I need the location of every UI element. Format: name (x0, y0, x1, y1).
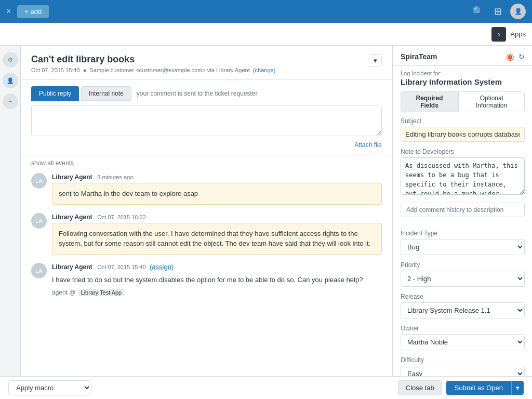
attach-file-link[interactable]: Attach file (354, 141, 382, 149)
message-bubble: Following conversation with the user, I … (52, 223, 382, 255)
reply-hint: your comment is sent to the ticket reque… (137, 90, 258, 97)
reply-tabs: Public reply Internal note your comment … (31, 86, 382, 101)
form-section: Subject Note to Developers As discussed … (393, 117, 532, 376)
message-bubble: sent to Martha in the dev team to explor… (52, 183, 382, 205)
reply-textarea[interactable] (31, 105, 382, 136)
submit-button-group: Submit as Open ▾ (446, 381, 524, 395)
log-incident-label: Log Incident for: (393, 66, 532, 77)
avatar: LA (31, 263, 47, 278)
priority-label: Priority (401, 261, 525, 269)
close-tab-button[interactable]: Close tab (398, 380, 442, 395)
release-label: Release (401, 293, 525, 300)
owner-select[interactable]: Martha Noble John Smith Unassigned (401, 334, 525, 350)
grid-icon[interactable]: ⊞ (494, 6, 502, 17)
second-nav: › Apps (0, 23, 532, 46)
avatar[interactable]: 👤 (510, 4, 526, 19)
message-author: Library Agent (52, 263, 92, 271)
avatar: LA (31, 213, 47, 229)
message-author: Library Agent (52, 214, 92, 221)
list-item: LA Library Agent 3 minutes ago sent to M… (31, 173, 382, 205)
center-panel: Can't edit library books Oct 07, 2015 15… (21, 46, 393, 376)
priority-group: Priority 1 - Critical 2 - High 3 - Mediu… (401, 261, 525, 287)
release-select[interactable]: Library System Release 1.1 Library Syste… (401, 302, 525, 318)
subject-field-group: Subject (401, 117, 525, 142)
subject-label: Subject (401, 117, 525, 125)
note-textarea[interactable]: As discussed with Martha, this seems to … (401, 157, 525, 195)
add-comment-group: Add comment history to description (401, 203, 525, 223)
tab-internal-note[interactable]: Internal note (81, 86, 131, 101)
message-author: Library Agent (52, 174, 92, 181)
message-content: Library Agent Oct 07, 2015 16:22 Followi… (52, 213, 382, 255)
difficulty-group: Difficulty Easy Medium Hard (401, 356, 525, 376)
plus-icon[interactable]: + (3, 94, 18, 109)
list-item: LA Library Agent Oct 07, 2015 15:40 (ass… (31, 263, 382, 297)
left-sidebar: ⚙ 👤 + (0, 46, 21, 376)
ticket-header: Can't edit library books Oct 07, 2015 15… (21, 46, 392, 80)
difficulty-select[interactable]: Easy Medium Hard (401, 366, 525, 376)
right-panel: SpiraTeam ◉ ↻ Log Incident for: Library … (393, 46, 532, 376)
release-group: Release Library System Release 1.1 Libra… (401, 293, 525, 318)
refresh-icon[interactable]: ↻ (518, 52, 525, 61)
right-panel-header: SpiraTeam ◉ ↻ (393, 46, 532, 66)
nav-forward-button[interactable]: › (491, 27, 506, 42)
avatar: LA (31, 173, 47, 189)
list-item: LA Library Agent Oct 07, 2015 16:22 Foll… (31, 213, 382, 255)
main-layout: ⚙ 👤 + Can't edit library books Oct 07, 2… (0, 46, 532, 376)
tab-optional-info[interactable]: Optional Information (458, 91, 525, 112)
message-bubble: I have tried to do so but the system dis… (52, 273, 382, 287)
project-name: Library Information System (393, 77, 532, 91)
tab-required-fields[interactable]: Required Fields (401, 91, 458, 112)
show-all-events[interactable]: show all events (31, 159, 382, 167)
user-icon[interactable]: 👤 (3, 73, 18, 88)
owner-label: Owner (401, 325, 525, 332)
priority-select[interactable]: 1 - Critical 2 - High 3 - Medium 4 - Low (401, 271, 525, 287)
incident-type-group: Incident Type Bug Enhancement Issue Risk (401, 230, 525, 255)
message-time: Oct 07, 2015 15:40 (97, 264, 146, 270)
search-icon[interactable]: 🔍 (472, 6, 484, 17)
events-section: show all events LA Library Agent 3 minut… (21, 155, 392, 309)
ticket-title: Can't edit library books (31, 54, 275, 65)
message-content: Library Agent 3 minutes ago sent to Mart… (52, 173, 382, 205)
message-time: Oct 07, 2015 16:22 (97, 214, 146, 220)
app-logo: SpiraTeam (401, 52, 437, 61)
apps-link[interactable]: Apps (510, 30, 526, 38)
reply-area: Public reply Internal note your comment … (21, 80, 392, 155)
incident-type-label: Incident Type (401, 230, 525, 237)
spira-icon: ◉ (506, 51, 514, 62)
incident-type-select[interactable]: Bug Enhancement Issue Risk (401, 239, 525, 255)
tag-pill: Library Test App (78, 289, 125, 296)
top-nav: × + add 🔍 ⊞ 👤 (0, 0, 532, 23)
ticket-meta: Oct 07, 2015 15:40 ● Sample customer <cu… (31, 67, 275, 73)
message-time: 3 minutes ago (97, 174, 133, 180)
apply-macro-select[interactable]: Apply macro (8, 380, 91, 395)
difficulty-label: Difficulty (401, 356, 525, 364)
form-tabs: Required Fields Optional Information (393, 91, 532, 117)
assign-link[interactable]: (assign) (150, 263, 174, 271)
note-field-group: Note to Developers As discussed with Mar… (401, 148, 525, 196)
add-button[interactable]: + add (17, 5, 49, 18)
note-label: Note to Developers (401, 148, 525, 155)
submit-dropdown-button[interactable]: ▾ (511, 381, 524, 395)
tab-public-reply[interactable]: Public reply (31, 86, 79, 101)
settings-icon[interactable]: ⚙ (3, 52, 18, 68)
subject-input[interactable] (401, 127, 525, 142)
close-icon[interactable]: × (6, 7, 11, 16)
add-comment-history-button[interactable]: Add comment history to description (401, 203, 525, 217)
bottom-bar: Apply macro Close tab Submit as Open ▾ (0, 376, 532, 399)
ticket-options-button[interactable]: ▾ (369, 54, 382, 67)
submit-button[interactable]: Submit as Open (446, 381, 511, 395)
change-link[interactable]: (change) (253, 67, 275, 73)
owner-group: Owner Martha Noble John Smith Unassigned (401, 325, 525, 350)
message-content: Library Agent Oct 07, 2015 15:40 (assign… (52, 263, 382, 297)
